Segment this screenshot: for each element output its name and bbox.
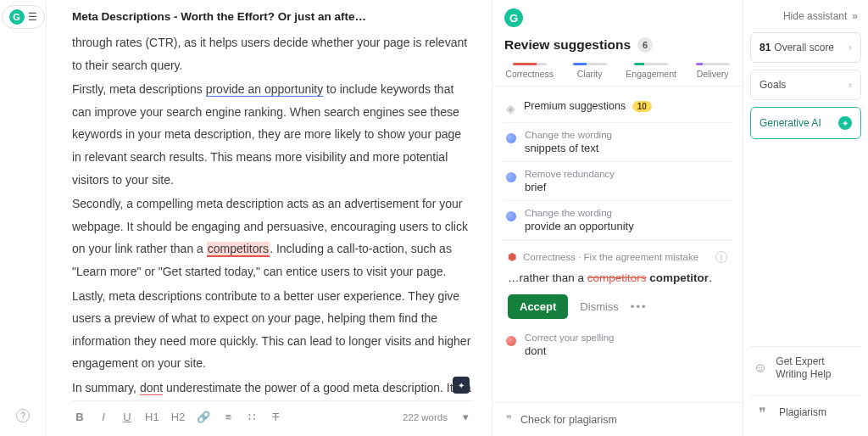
- shield-icon: ⬢: [508, 251, 516, 263]
- suggestion-item[interactable]: Change the wordingsnippets of text: [503, 123, 732, 162]
- grammarly-logo-icon: G: [9, 9, 25, 25]
- chevron-right-icon: ›: [849, 42, 852, 53]
- spelling-error-underline[interactable]: dont: [140, 381, 163, 395]
- focus-correction-line: …rather than a competitors competitor.: [508, 271, 727, 284]
- focus-category: Correctness · Fix the agreement mistake: [523, 252, 698, 262]
- lightbulb-icon: ✦: [838, 116, 852, 130]
- clarity-dot-icon: [506, 133, 516, 143]
- grammarly-pill[interactable]: G ☰: [2, 5, 45, 29]
- left-rail: G ☰ ?: [0, 0, 47, 436]
- generative-ai-card[interactable]: Generative AI ✦: [750, 107, 861, 139]
- tab-correctness[interactable]: Correctness: [505, 63, 554, 79]
- suggestions-panel: G Review suggestions 6 Correctness Clari…: [492, 0, 743, 436]
- dismiss-button[interactable]: Dismiss: [580, 300, 619, 313]
- suggestions-count-badge: 6: [637, 37, 653, 53]
- chevron-right-icon: ›: [849, 79, 852, 91]
- ai-assistant-fab-icon[interactable]: ✦: [453, 377, 470, 394]
- tab-delivery[interactable]: Delivery: [696, 63, 730, 79]
- info-icon[interactable]: i: [715, 251, 727, 263]
- italic-button[interactable]: I: [97, 411, 109, 423]
- clarity-dot-icon: [506, 172, 516, 182]
- tab-clarity[interactable]: Clarity: [573, 63, 607, 79]
- document-title[interactable]: Meta Descriptions - Worth the Effort? Or…: [72, 10, 473, 23]
- body-text: through rates (CTR), as it helps users d…: [72, 36, 467, 72]
- premium-suggestions-row[interactable]: ◈ Premium suggestions 10: [503, 93, 732, 123]
- editor-toolbar: B I U H1 H2 🔗 ≡ ∷ T 222 words ▾: [72, 400, 473, 433]
- document-body[interactable]: through rates (CTR), as it helps users d…: [72, 31, 473, 400]
- quote-icon: ❞: [754, 405, 771, 421]
- focused-suggestion-card: ⬢ Correctness · Fix the agreement mistak…: [503, 240, 732, 326]
- suggestion-item[interactable]: Remove redundancybrief: [503, 162, 732, 201]
- suggestions-title: Review suggestions: [504, 37, 631, 53]
- more-options-button[interactable]: •••: [631, 300, 648, 313]
- word-count[interactable]: 222 words: [403, 412, 448, 422]
- diamond-icon: ◈: [506, 102, 515, 115]
- suggestion-item[interactable]: Correct your spellingdont: [503, 326, 732, 364]
- suggestion-item[interactable]: Change the wordingprovide an opportunity: [503, 201, 732, 240]
- menu-icon: ☰: [28, 11, 37, 23]
- word-count-chevron-icon[interactable]: ▾: [459, 411, 471, 423]
- right-rail: Hide assistant » 81 Overall score › Goal…: [743, 0, 868, 436]
- editor-column: Meta Descriptions - Worth the Effort? Or…: [47, 0, 492, 436]
- bold-button[interactable]: B: [74, 411, 86, 423]
- underline-button[interactable]: U: [121, 411, 133, 423]
- ordered-list-button[interactable]: ≡: [222, 411, 234, 423]
- plagiarism-check-row[interactable]: ❞ Check for plagiarism: [492, 402, 743, 436]
- agreement-error-highlight[interactable]: competitors: [207, 242, 270, 257]
- clear-format-button[interactable]: T: [270, 411, 281, 423]
- premium-count-badge: 10: [632, 101, 652, 112]
- chevron-right-icon: »: [852, 10, 858, 22]
- grammarly-logo-icon: G: [504, 8, 523, 27]
- h2-button[interactable]: H2: [171, 411, 186, 423]
- clarity-underline[interactable]: provide an opportunity: [206, 82, 324, 97]
- category-tabs: Correctness Clarity Engagement Delivery: [492, 63, 743, 87]
- person-icon: ☺: [754, 361, 767, 376]
- overall-score-card[interactable]: 81 Overall score ›: [750, 32, 861, 63]
- quote-icon: ❞: [506, 413, 512, 426]
- link-button[interactable]: 🔗: [197, 411, 210, 423]
- hide-assistant-button[interactable]: Hide assistant »: [750, 7, 861, 25]
- correctness-dot-icon: [506, 336, 516, 346]
- help-icon[interactable]: ?: [16, 409, 30, 422]
- clarity-dot-icon: [506, 211, 516, 221]
- unordered-list-button[interactable]: ∷: [246, 411, 258, 423]
- plagiarism-button[interactable]: ❞ Plagiarism: [750, 395, 861, 429]
- accept-button[interactable]: Accept: [508, 294, 568, 319]
- goals-card[interactable]: Goals ›: [750, 70, 861, 100]
- h1-button[interactable]: H1: [145, 411, 159, 423]
- tab-engagement[interactable]: Engagement: [626, 63, 676, 79]
- score-value: 81: [760, 42, 771, 53]
- expert-help-button[interactable]: ☺ Get Expert Writing Help: [750, 346, 861, 388]
